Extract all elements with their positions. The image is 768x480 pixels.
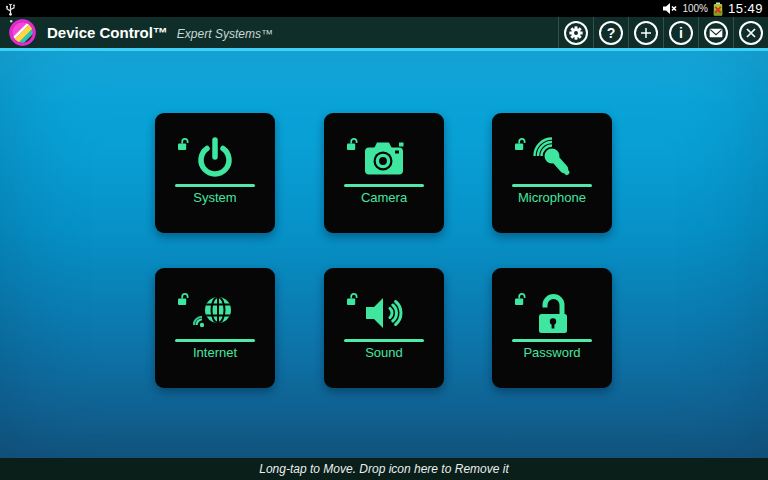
- question-icon: ?: [599, 21, 623, 45]
- tile-system[interactable]: System: [155, 113, 275, 233]
- tile-underline: [512, 339, 592, 342]
- globe-icon: [193, 291, 237, 335]
- drop-hint: Long-tap to Move. Drop icon here to Remo…: [259, 462, 508, 476]
- title-block: Device Control™ Expert Systems™: [47, 24, 273, 41]
- tile-underline: [175, 339, 255, 342]
- tile-camera[interactable]: Camera: [324, 113, 444, 233]
- device-control-screen: 100% 15:49 Device Con: [0, 0, 768, 480]
- tile-password[interactable]: Password: [492, 268, 612, 388]
- status-bar: 100% 15:49: [0, 0, 768, 17]
- plus-icon: [634, 21, 658, 45]
- info-icon: i: [669, 21, 693, 45]
- tile-label: Sound: [365, 345, 403, 360]
- tile-sound[interactable]: Sound: [324, 268, 444, 388]
- tile-label: System: [193, 190, 236, 205]
- usb-icon: [5, 2, 16, 16]
- tile-label: Microphone: [518, 190, 586, 205]
- unlocked-badge-icon: [177, 292, 190, 306]
- device-control-logo: [9, 19, 36, 46]
- close-button[interactable]: [733, 17, 768, 48]
- mail-icon: [704, 21, 728, 45]
- info-button[interactable]: i: [663, 17, 698, 48]
- add-button[interactable]: [628, 17, 663, 48]
- volume-muted-icon: [662, 2, 677, 15]
- tile-underline: [175, 184, 255, 187]
- desktop-area: System Camera: [0, 48, 768, 458]
- tile-underline: [512, 184, 592, 187]
- remove-drop-bar[interactable]: Long-tap to Move. Drop icon here to Remo…: [0, 458, 768, 480]
- unlocked-badge-icon: [514, 292, 527, 306]
- unlocked-badge-icon: [346, 137, 359, 151]
- close-icon: [739, 21, 763, 45]
- app-title: Device Control™: [47, 24, 168, 41]
- tile-internet[interactable]: Internet: [155, 268, 275, 388]
- settings-button[interactable]: [558, 17, 593, 48]
- tile-label: Camera: [361, 190, 407, 205]
- tile-label: Internet: [193, 345, 237, 360]
- unlocked-badge-icon: [514, 137, 527, 151]
- mail-button[interactable]: [698, 17, 733, 48]
- battery-percent: 100%: [682, 3, 708, 14]
- help-button[interactable]: ?: [593, 17, 628, 48]
- microphone-icon: [530, 136, 574, 180]
- app-bar: Device Control™ Expert Systems™: [0, 17, 768, 48]
- camera-icon: [362, 136, 406, 180]
- appbar-actions: ? i: [558, 17, 768, 48]
- unlocked-badge-icon: [346, 292, 359, 306]
- unlocked-badge-icon: [177, 137, 190, 151]
- app-subtitle: Expert Systems™: [177, 27, 273, 41]
- speaker-icon: [362, 291, 406, 335]
- gear-icon: [564, 21, 588, 45]
- padlock-icon: [530, 291, 574, 335]
- tile-underline: [344, 339, 424, 342]
- tile-label: Password: [523, 345, 580, 360]
- battery-error-icon: [713, 2, 723, 16]
- clock: 15:49: [728, 1, 763, 16]
- tile-microphone[interactable]: Microphone: [492, 113, 612, 233]
- tile-underline: [344, 184, 424, 187]
- power-icon: [193, 136, 237, 180]
